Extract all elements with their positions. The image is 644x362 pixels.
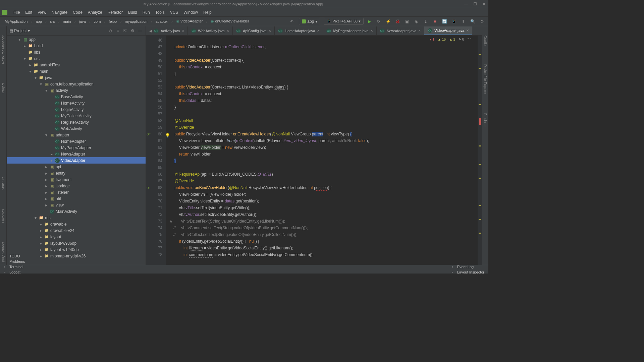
avd-icon[interactable]: 📱 xyxy=(450,18,458,25)
bottom-tab-layout-inspector[interactable]: ▫Layout Inspector xyxy=(450,269,486,274)
breadcrumb-item[interactable]: com xyxy=(92,19,103,24)
coverage-icon[interactable]: ▣ xyxy=(403,18,411,25)
menu-run[interactable]: Run xyxy=(140,9,153,16)
sync-icon[interactable]: 🔄 xyxy=(441,18,448,25)
marker-strip[interactable] xyxy=(478,36,482,265)
close-tab-icon[interactable]: × xyxy=(371,28,373,33)
breadcrumb-item[interactable]: app xyxy=(34,19,44,24)
profile-icon[interactable]: ◉ xyxy=(413,18,420,25)
attach-debugger-icon[interactable]: ⤓ xyxy=(422,18,429,25)
code-line[interactable]: this.datas = datas; xyxy=(170,97,474,104)
menu-refactor[interactable]: Refactor xyxy=(105,9,125,16)
tree-item[interactable]: ▸▣jsbridge xyxy=(7,183,146,189)
editor-tab[interactable]: CHomeAdapter.java× xyxy=(275,26,323,35)
maximize-icon[interactable]: ☐ xyxy=(473,2,477,6)
structure-tab[interactable]: Structure xyxy=(1,174,6,193)
breadcrumb-item[interactable]: MyApplication xyxy=(3,19,30,24)
search-everywhere-icon[interactable]: 🔍 xyxy=(469,18,476,25)
emulator-tab[interactable]: Emulator xyxy=(483,111,488,129)
code-line[interactable]: VideoEntity videoEntity = datas.get(posi… xyxy=(170,198,474,204)
device-selector[interactable]: 📱 Pixel 4a API 30 ▾ xyxy=(324,18,364,25)
build-variants-tab[interactable]: Build Variants xyxy=(1,239,6,265)
tree-item[interactable]: CHomeAdapter xyxy=(7,138,146,144)
tree-item[interactable]: ▾▦app xyxy=(7,36,146,43)
tree-arrow-icon[interactable]: ▸ xyxy=(50,159,54,163)
tree-arrow-icon[interactable]: ▸ xyxy=(44,190,48,194)
breadcrumb-item[interactable]: java xyxy=(77,19,88,24)
close-tab-icon[interactable]: × xyxy=(418,28,421,33)
code-line[interactable]: this.mContext = context; xyxy=(170,90,474,97)
tree-item[interactable]: ▸drawable xyxy=(7,221,146,227)
tree-item[interactable]: ▸layout-w936dp xyxy=(7,240,146,246)
tree-item[interactable]: CMyPagerAdapter xyxy=(7,144,146,151)
code-line[interactable]: @RequiresApi(api = Build.VERSION_CODES.O… xyxy=(170,171,474,178)
code-line[interactable] xyxy=(170,50,474,57)
minimize-icon[interactable]: — xyxy=(464,2,468,6)
tree-arrow-icon[interactable]: ▸ xyxy=(44,197,48,201)
tree-arrow-icon[interactable]: ▸ xyxy=(39,229,43,233)
code-line[interactable]: int commentnum = videoEntity.getVideoSoc… xyxy=(170,251,474,258)
breadcrumb-item[interactable]: ◉ VideoAdapter xyxy=(174,18,205,24)
project-panel-title[interactable]: Project ▾ xyxy=(13,28,106,33)
gear-icon[interactable]: ⚙ xyxy=(129,28,136,34)
override-gutter-icon[interactable]: o↑ xyxy=(147,184,151,191)
select-opened-icon[interactable]: ⊙ xyxy=(107,28,113,34)
breadcrumb-item[interactable]: main xyxy=(61,19,73,24)
code-line[interactable]: if (videoEntity.getVideoSocialEntity() !… xyxy=(170,238,474,245)
tree-item[interactable]: ▾▣activity xyxy=(7,87,146,94)
tree-item[interactable]: ▸▣util xyxy=(7,195,146,202)
tree-arrow-icon[interactable]: ▸ xyxy=(44,203,48,207)
project-view-icon[interactable]: ▤ xyxy=(9,28,13,33)
tree-item[interactable]: CHomeActivity xyxy=(7,100,146,106)
tree-item[interactable]: ▸▣entity xyxy=(7,170,146,176)
tree-arrow-icon[interactable]: ▸ xyxy=(39,254,43,258)
close-tab-icon[interactable]: × xyxy=(182,28,184,33)
tree-item[interactable]: ▾▣adapter xyxy=(7,132,146,138)
code-line[interactable]: int likenum = videoEntity.getVideoSocial… xyxy=(170,245,474,251)
close-tab-icon[interactable]: × xyxy=(466,28,469,33)
tree-arrow-icon[interactable] xyxy=(50,108,54,112)
code-line[interactable]: // vh.tvComment.setText(String.valueOf(v… xyxy=(170,225,474,231)
resource-manager-tab[interactable]: Resource Manager xyxy=(1,33,6,67)
code-line[interactable]: // vh.tvCollect.setText(String.valueOf(v… xyxy=(170,231,474,238)
tree-item[interactable]: libs xyxy=(7,49,146,55)
tree-arrow-icon[interactable]: ▸ xyxy=(44,184,48,188)
code-line[interactable]: } xyxy=(170,158,474,164)
back-icon[interactable]: ↶ xyxy=(288,18,296,25)
code-line[interactable]: public void onBindViewHolder(@NonNull Re… xyxy=(170,184,474,191)
sdk-icon[interactable]: ⬇ xyxy=(460,18,467,25)
code-line[interactable]: return viewHolder; xyxy=(170,151,474,158)
code-line[interactable]: private OnItemClickListener mOnItemClick… xyxy=(170,44,474,50)
tree-item[interactable]: CMyCollectActivity xyxy=(7,113,146,119)
code-line[interactable]: @Override xyxy=(170,178,474,184)
menu-analyze[interactable]: Analyze xyxy=(85,9,105,16)
menu-view[interactable]: View xyxy=(35,9,49,16)
intention-bulb-icon[interactable]: 💡 xyxy=(165,132,168,135)
tree-arrow-icon[interactable] xyxy=(50,95,54,99)
menu-navigate[interactable]: Navigate xyxy=(49,9,70,16)
tree-arrow-icon[interactable]: ▸ xyxy=(39,222,43,226)
bottom-tab-logcat[interactable]: ▫Logcat xyxy=(3,269,35,274)
tree-item[interactable]: ▸CNewsAdapter xyxy=(7,151,146,157)
tree-arrow-icon[interactable]: ▾ xyxy=(39,82,43,86)
breadcrumb-item[interactable]: src xyxy=(48,19,57,24)
menu-vcs[interactable]: VCS xyxy=(167,9,181,16)
project-tree[interactable]: ▾▦app▸buildlibs▾src▸androidTest▾main▾jav… xyxy=(7,36,146,265)
breadcrumb-item[interactable]: feibo xyxy=(107,19,119,24)
code-editor[interactable]: private OnItemClickListener mOnItemClick… xyxy=(166,36,478,265)
tree-item[interactable]: CMainActivity xyxy=(7,208,146,215)
debug-icon[interactable]: 🐞 xyxy=(394,18,401,25)
tree-arrow-icon[interactable] xyxy=(50,146,54,150)
tree-item[interactable]: CRegisterActivity xyxy=(7,119,146,125)
tree-item[interactable]: ▸layout xyxy=(7,234,146,240)
tree-item[interactable]: ▾src xyxy=(7,55,146,62)
close-tab-icon[interactable]: × xyxy=(269,28,271,33)
gradle-tab[interactable]: Gradle xyxy=(483,33,488,48)
close-tab-icon[interactable]: × xyxy=(317,28,319,33)
tree-arrow-icon[interactable]: ▸ xyxy=(39,248,43,252)
code-line[interactable]: vh.tvTitle.setText(videoEntity.getVtitle… xyxy=(170,204,474,211)
editor-tab[interactable]: ◀CActivity.java× xyxy=(146,26,188,35)
tree-arrow-icon[interactable] xyxy=(23,50,27,54)
menu-file[interactable]: File xyxy=(11,9,22,16)
breadcrumb-item[interactable]: adapter xyxy=(153,19,170,24)
